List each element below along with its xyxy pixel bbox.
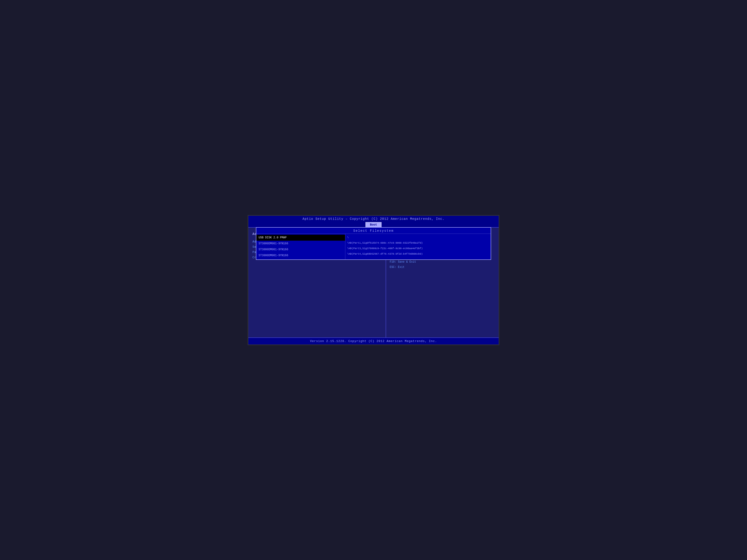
- dialog-path-root[interactable]: \: [345, 235, 491, 240]
- dialog-path-part3[interactable]: \HD(Part3,Sig376098c9-f22c-406f-9c99-ec9…: [345, 246, 491, 251]
- tab-bar: Boot: [248, 222, 499, 227]
- bios-screen: Aptio Setup Utility – Copyright (C) 2012…: [248, 215, 499, 345]
- key-hint-esc: ESC: Exit: [390, 265, 495, 270]
- dialog-left-column: USB DISK 2.0 PMAP ST3000DM001-9YN166 ST3…: [256, 234, 345, 260]
- dialog-path-part1[interactable]: \HD(Part1,Sig9f515b74-680c-47c9-9068-932…: [345, 240, 491, 246]
- dialog-path-part4[interactable]: \HD(Part4,Sig69b52567-df76-4378-9f2d-b4f…: [345, 251, 491, 257]
- boot-tab[interactable]: Boot: [365, 222, 381, 227]
- dialog-item-st3000-1[interactable]: ST3000DM001-9YN166: [256, 241, 345, 247]
- top-bar: Aptio Setup Utility – Copyright (C) 2012…: [248, 216, 499, 228]
- select-filesystem-dialog: Select Filesystem USB DISK 2.0 PMAP ST30…: [256, 227, 491, 260]
- dialog-body: USB DISK 2.0 PMAP ST3000DM001-9YN166 ST3…: [256, 234, 491, 260]
- key-hint-f10: F10: Save & Exit: [390, 260, 495, 265]
- bottom-bar: Version 2.15.1228. Copyright (C) 2012 Am…: [248, 338, 499, 345]
- footer-text: Version 2.15.1228. Copyright (C) 2012 Am…: [248, 340, 499, 343]
- dialog-item-st3000-2[interactable]: ST3000DM001-9YN166: [256, 247, 345, 252]
- bios-title: Aptio Setup Utility – Copyright (C) 2012…: [248, 217, 499, 222]
- dialog-title: Select Filesystem: [256, 228, 491, 234]
- dialog-right-column: \ \HD(Part1,Sig9f515b74-680c-47c9-9068-9…: [345, 234, 491, 260]
- dialog-item-usb[interactable]: USB DISK 2.0 PMAP: [256, 235, 345, 241]
- dialog-item-st3000-3[interactable]: ST3000DM001-9YN166: [256, 252, 345, 259]
